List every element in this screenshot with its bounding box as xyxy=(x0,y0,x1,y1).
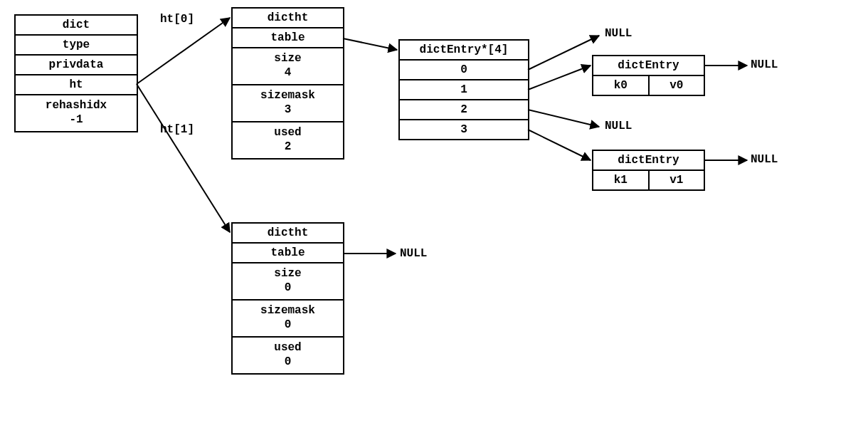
dictht1-title: dictht xyxy=(233,224,343,244)
dictentry-1-box: dictEntry k1 v1 xyxy=(592,150,705,191)
dictht1-size-value: 0 xyxy=(285,281,292,294)
null-slot0: NULL xyxy=(605,27,632,40)
dictht1-size: size 0 xyxy=(233,263,343,301)
dictentry-0-key: k0 xyxy=(593,76,650,95)
dictentry-0-title: dictEntry xyxy=(593,56,704,76)
dict-field-rehashidx: rehashidx -1 xyxy=(16,95,137,131)
dictht0-size-value: 4 xyxy=(285,66,292,79)
svg-line-5 xyxy=(528,110,599,127)
dict-field-type: type xyxy=(16,36,137,56)
dictht0-table: table xyxy=(233,28,343,48)
dictht1-used: used 0 xyxy=(233,338,343,373)
dictht0-sizemask-label: sizemask xyxy=(260,89,315,102)
dictht0-used-value: 2 xyxy=(285,140,292,153)
dictht1-sizemask-value: 0 xyxy=(285,318,292,331)
ht1-label: ht[1] xyxy=(160,123,194,136)
dictht1-box: dictht table size 0 sizemask 0 used 0 xyxy=(231,222,344,375)
ht0-label: ht[0] xyxy=(160,13,194,26)
svg-line-4 xyxy=(528,66,591,90)
dictht0-used: used 2 xyxy=(233,122,343,158)
diagram-canvas: dict type privdata ht rehashidx -1 ht[0]… xyxy=(0,0,868,428)
null-ht1table: NULL xyxy=(400,247,427,260)
dictht0-sizemask: sizemask 3 xyxy=(233,85,343,122)
dict-title: dict xyxy=(16,16,137,36)
svg-line-1 xyxy=(137,84,230,232)
dictht0-size-label: size xyxy=(274,52,301,65)
dictht0-box: dictht table size 4 sizemask 3 used 2 xyxy=(231,7,344,160)
null-after-e1: NULL xyxy=(751,153,778,166)
dictht1-sizemask-label: sizemask xyxy=(260,304,315,317)
dictht1-sizemask: sizemask 0 xyxy=(233,301,343,338)
dictht1-used-value: 0 xyxy=(285,355,292,368)
dictentry-0-kv: k0 v0 xyxy=(593,76,704,95)
dictentry-1-key: k1 xyxy=(593,171,650,189)
dict-field-privdata: privdata xyxy=(16,56,137,75)
entry-array-box: dictEntry*[4] 0 1 2 3 xyxy=(398,39,529,140)
dictht1-table: table xyxy=(233,244,343,263)
dict-field-ht: ht xyxy=(16,75,137,95)
dictentry-1-kv: k1 v1 xyxy=(593,171,704,189)
entry-array-title: dictEntry*[4] xyxy=(400,41,528,61)
dictentry-0-box: dictEntry k0 v0 xyxy=(592,55,705,96)
dictht1-size-label: size xyxy=(274,267,301,280)
entry-array-3: 3 xyxy=(400,120,528,139)
rehash-value: -1 xyxy=(69,113,83,126)
entry-array-1: 1 xyxy=(400,80,528,100)
entry-array-2: 2 xyxy=(400,100,528,120)
svg-line-6 xyxy=(528,130,591,160)
svg-line-2 xyxy=(343,38,397,50)
dictentry-1-value: v1 xyxy=(650,171,704,189)
dictht0-size: size 4 xyxy=(233,48,343,85)
dictentry-1-title: dictEntry xyxy=(593,151,704,171)
svg-line-3 xyxy=(528,36,599,70)
dictht0-sizemask-value: 3 xyxy=(285,103,292,116)
null-slot2: NULL xyxy=(605,120,632,132)
null-after-e0: NULL xyxy=(751,58,778,71)
svg-line-0 xyxy=(137,18,230,84)
dictht0-title: dictht xyxy=(233,9,343,28)
rehash-label: rehashidx xyxy=(46,99,107,112)
dictht0-used-label: used xyxy=(274,126,301,139)
entry-array-0: 0 xyxy=(400,61,528,80)
dictht1-used-label: used xyxy=(274,341,301,354)
dict-box: dict type privdata ht rehashidx -1 xyxy=(14,14,138,132)
dictentry-0-value: v0 xyxy=(650,76,704,95)
